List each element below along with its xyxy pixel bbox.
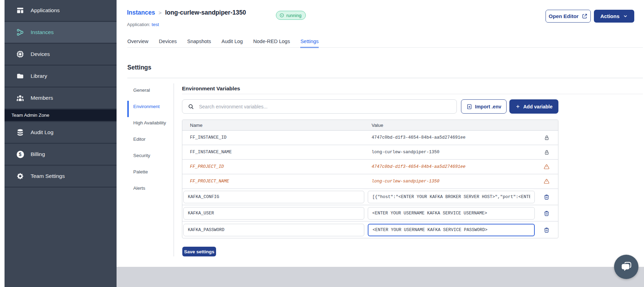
sidebar-item-billing[interactable]: Billing — [5, 144, 117, 166]
external-link-icon — [582, 13, 588, 19]
tab-settings[interactable]: Settings — [300, 39, 318, 48]
application-link[interactable]: test — [152, 22, 159, 27]
application-label: Application: — [127, 22, 150, 27]
sidebar-item-team-settings[interactable]: Team Settings — [5, 166, 117, 188]
column-header-value: Value — [372, 123, 535, 128]
sidebar: Applications Instances Devices Library M… — [5, 0, 117, 287]
open-editor-label: Open Editor — [549, 13, 579, 19]
settings-nav-security[interactable]: Security — [127, 150, 166, 166]
warning-icon — [544, 179, 549, 184]
import-env-button[interactable]: Import .env — [461, 99, 507, 114]
chat-widget-button[interactable] — [614, 255, 638, 279]
settings-nav-alerts[interactable]: Alerts — [127, 182, 166, 199]
dollar-icon — [16, 150, 24, 158]
sidebar-item-label: Audit Log — [31, 129, 54, 136]
env-var-name-input[interactable] — [183, 191, 364, 203]
chat-bubble-icon — [620, 260, 633, 273]
settings-nav-high-availability[interactable]: High Availability — [127, 117, 166, 133]
settings-title: Settings — [127, 64, 151, 71]
trash-icon — [543, 227, 550, 233]
env-var-value: 4747c0bd-d1f3-4654-84b4-aa5d274691ee — [372, 135, 535, 140]
env-var-value-input[interactable] — [368, 191, 535, 203]
table-row: FF_INSTANCE_ID 4747c0bd-d1f3-4654-84b4-a… — [182, 131, 558, 145]
env-table: Name Value FF_INSTANCE_ID 4747c0bd-d1f3-… — [182, 120, 558, 238]
settings-nav-general[interactable]: General — [127, 84, 166, 101]
sidebar-section-team-admin-zone: Team Admin Zone — [5, 109, 117, 122]
env-var-name-input[interactable] — [183, 207, 364, 220]
chip-icon — [16, 50, 24, 58]
environment-variables-divider — [182, 94, 643, 94]
env-var-value: long-curlew-sandpiper-1350 — [372, 150, 535, 155]
sidebar-item-applications[interactable]: Applications — [5, 0, 117, 22]
page-title: long-curlew-sandpiper-1350 — [165, 9, 246, 16]
status-label: running — [286, 13, 301, 18]
env-var-value-input[interactable] — [368, 207, 535, 220]
table-row — [182, 222, 558, 238]
add-variable-button[interactable]: Add variable — [509, 99, 558, 114]
search-input[interactable] — [199, 100, 456, 113]
trash-icon — [543, 194, 550, 200]
application-line: Application: test — [127, 22, 159, 27]
delete-variable-button[interactable] — [543, 210, 550, 217]
instance-tabs: Overview Devices Snapshots Audit Log Nod… — [127, 39, 319, 48]
gear-icon — [16, 172, 24, 180]
tab-node-red-logs[interactable]: Node-RED Logs — [253, 39, 290, 48]
settings-nav: General Environment High Availability Ed… — [127, 84, 166, 199]
settings-nav-environment[interactable]: Environment — [127, 101, 166, 117]
env-table-header: Name Value — [182, 120, 558, 131]
sidebar-item-label: Billing — [31, 151, 45, 157]
sidebar-item-label: Instances — [31, 29, 54, 35]
open-editor-button[interactable]: Open Editor — [546, 10, 591, 23]
lock-icon — [544, 150, 549, 155]
sidebar-item-devices[interactable]: Devices — [5, 44, 117, 66]
delete-variable-button[interactable] — [543, 227, 550, 233]
plus-icon — [515, 104, 520, 109]
env-search — [182, 99, 457, 114]
settings-nav-editor[interactable]: Editor — [127, 133, 166, 150]
env-var-name: FF_PROJECT_NAME — [182, 179, 372, 184]
env-var-name: FF_PROJECT_ID — [182, 164, 372, 169]
sidebar-item-label: Devices — [31, 51, 50, 57]
env-var-name-input[interactable] — [183, 224, 364, 236]
env-var-name: FF_INSTANCE_ID — [182, 135, 372, 140]
import-file-icon — [466, 104, 472, 110]
sidebar-item-label: Team Settings — [31, 173, 65, 179]
delete-variable-button[interactable] — [543, 194, 550, 200]
tabs-divider — [127, 47, 643, 48]
env-var-value-input-focused[interactable] — [368, 224, 535, 236]
sidebar-item-library[interactable]: Library — [5, 66, 117, 88]
sidebar-item-instances[interactable]: Instances — [5, 22, 117, 44]
env-var-value: long-curlew-sandpiper-1350 — [372, 179, 535, 184]
sidebar-item-members[interactable]: Members — [5, 88, 117, 109]
settings-vertical-divider — [174, 83, 174, 256]
search-icon — [188, 104, 194, 110]
actions-button[interactable]: Actions — [594, 10, 634, 23]
table-row — [182, 205, 558, 222]
footer-band — [117, 267, 644, 287]
sidebar-item-label: Applications — [31, 7, 60, 14]
play-circle-icon — [279, 13, 284, 18]
tab-devices[interactable]: Devices — [159, 39, 177, 48]
applications-icon — [16, 7, 24, 14]
table-row: FF_INSTANCE_NAME long-curlew-sandpiper-1… — [182, 145, 558, 160]
save-settings-button[interactable]: Save settings — [182, 247, 216, 256]
chevron-down-icon — [623, 14, 628, 19]
sidebar-item-label: Members — [31, 95, 53, 101]
breadcrumb-instances-link[interactable]: Instances — [127, 9, 155, 16]
sidebar-item-audit-log[interactable]: Audit Log — [5, 122, 117, 144]
table-row: FF_PROJECT_ID 4747c0bd-d1f3-4654-84b4-aa… — [182, 160, 558, 174]
table-row — [182, 189, 558, 205]
tab-audit-log[interactable]: Audit Log — [222, 39, 243, 48]
lock-icon — [544, 135, 549, 140]
settings-nav-palette[interactable]: Palette — [127, 166, 166, 182]
trash-icon — [543, 210, 550, 216]
env-var-name: FF_INSTANCE_NAME — [182, 150, 372, 155]
users-icon — [16, 94, 24, 102]
tab-snapshots[interactable]: Snapshots — [187, 39, 211, 48]
folder-icon — [16, 72, 24, 80]
flowfuse-app: Applications Instances Devices Library M… — [0, 0, 644, 287]
add-variable-label: Add variable — [523, 104, 552, 109]
instances-icon — [16, 28, 24, 36]
breadcrumb: Instances > long-curlew-sandpiper-1350 — [127, 9, 246, 16]
tab-overview[interactable]: Overview — [127, 39, 148, 48]
